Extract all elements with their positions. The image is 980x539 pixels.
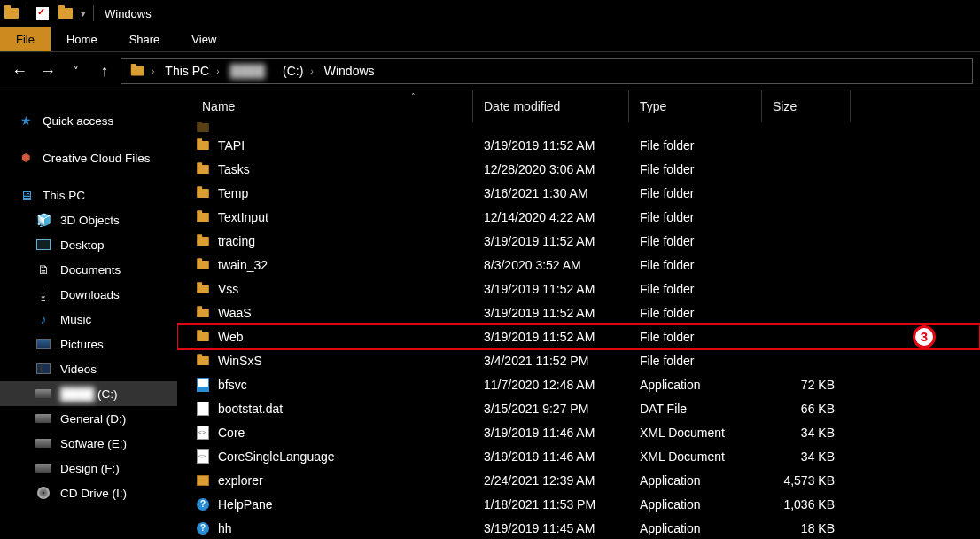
sidebar-item[interactable]: Design (F:): [0, 456, 177, 480]
file-date: 3/19/2019 11:52 AM: [473, 138, 629, 152]
file-icon: [195, 449, 211, 465]
file-date: 3/19/2019 11:52 AM: [473, 282, 629, 296]
file-size: 66 KB: [762, 402, 851, 416]
dropdown-chevron-icon[interactable]: ▾: [81, 8, 86, 20]
breadcrumb-drive[interactable]: ████ (C:)›: [226, 64, 316, 78]
header-type[interactable]: Type: [629, 90, 762, 122]
drive-icon: [35, 460, 51, 476]
sidebar-item[interactable]: ████ (C:): [0, 381, 177, 406]
annotation-badge: 3: [913, 325, 936, 348]
file-name: WinSxS: [218, 354, 262, 368]
table-row[interactable]: CoreSingleLanguage3/19/2019 11:46 AMXML …: [177, 444, 980, 468]
window-title: Windows: [105, 7, 152, 20]
sidebar-item-label: Videos: [60, 363, 97, 376]
file-icon: [195, 425, 211, 441]
file-date: 1/18/2021 11:53 PM: [473, 497, 629, 512]
file-date: 2/24/2021 12:39 AM: [473, 473, 629, 488]
table-row[interactable]: bootstat.dat3/15/2021 9:27 PMDAT File66 …: [177, 396, 980, 420]
sidebar-quick-access[interactable]: ★ Quick access: [0, 108, 177, 133]
sidebar-item-label: ████ (C:): [60, 387, 118, 401]
sort-indicator-icon: ˄: [411, 92, 416, 101]
table-row-partial[interactable]: [177, 122, 980, 133]
file-icon: [195, 473, 211, 488]
file-date: 12/14/2020 4:22 AM: [473, 210, 629, 224]
sidebar-item[interactable]: Pictures: [0, 332, 177, 356]
file-name: CoreSingleLanguage: [218, 449, 335, 464]
file-icon: [195, 185, 211, 201]
sidebar-item[interactable]: ⭳Downloads: [0, 282, 177, 307]
file-icon: [195, 305, 211, 321]
sidebar-this-pc[interactable]: 🖥 This PC: [0, 183, 177, 207]
sidebar-item[interactable]: CD Drive (I:): [0, 480, 177, 505]
file-icon: [195, 377, 211, 393]
table-row[interactable]: ?hh3/19/2019 11:45 AMApplication18 KB: [177, 516, 980, 539]
sidebar-item[interactable]: ♪Music: [0, 307, 177, 332]
file-size: 18 KB: [762, 521, 851, 535]
file-name: HelpPane: [218, 497, 273, 512]
tab-view[interactable]: View: [175, 27, 232, 51]
navigation-sidebar[interactable]: ★ Quick access ⬢ Creative Cloud Files 🖥 …: [0, 90, 177, 539]
file-icon: [195, 329, 211, 345]
sidebar-item[interactable]: Sofware (E:): [0, 431, 177, 456]
sidebar-item[interactable]: General (D:): [0, 406, 177, 431]
drive-icon: [35, 435, 51, 451]
header-date[interactable]: Date modified: [473, 90, 629, 122]
file-name: tracing: [218, 234, 255, 248]
tab-file[interactable]: File: [0, 27, 51, 51]
table-row[interactable]: TAPI3/19/2019 11:52 AMFile folder: [177, 133, 980, 157]
sidebar-item-label: Design (F:): [60, 462, 120, 475]
folder-icon: [4, 5, 19, 21]
sidebar-item-label: Desktop: [60, 238, 105, 252]
table-row[interactable]: Core3/19/2019 11:46 AMXML Document34 KB: [177, 420, 980, 444]
file-icon: [195, 161, 211, 177]
tab-home[interactable]: Home: [51, 27, 113, 51]
breadcrumb-folder[interactable]: Windows: [321, 64, 378, 78]
table-row[interactable]: Tasks12/28/2020 3:06 AMFile folder: [177, 157, 980, 181]
recent-chevron-icon[interactable]: ˅: [64, 59, 89, 83]
breadcrumb-root-icon[interactable]: ›: [127, 66, 158, 76]
sidebar-item[interactable]: 🧊3D Objects: [0, 207, 177, 232]
sidebar-item[interactable]: Videos: [0, 356, 177, 381]
documents-icon: 🗎: [35, 262, 51, 277]
table-row[interactable]: TextInput12/14/2020 4:22 AMFile folder: [177, 205, 980, 229]
file-name: Web: [218, 330, 244, 344]
file-type: Application: [629, 378, 762, 392]
quick-check-icon[interactable]: [35, 5, 51, 21]
address-bar[interactable]: › This PC› ████ (C:)› Windows: [121, 58, 973, 84]
file-icon: [195, 401, 211, 417]
file-name: hh: [218, 521, 232, 535]
sidebar-item-label: Downloads: [60, 288, 120, 301]
sidebar-item-label: Sofware (E:): [60, 437, 127, 450]
sidebar-item[interactable]: 🗎Documents: [0, 257, 177, 282]
videos-icon: [35, 361, 51, 377]
back-button[interactable]: ←: [7, 59, 32, 83]
sidebar-item[interactable]: Desktop: [0, 232, 177, 257]
pictures-icon: [35, 336, 51, 352]
file-date: 3/19/2019 11:52 AM: [473, 306, 629, 320]
column-headers: Name˄ Date modified Type Size: [177, 90, 980, 122]
sidebar-creative-cloud[interactable]: ⬢ Creative Cloud Files: [0, 145, 177, 170]
tab-share[interactable]: Share: [113, 27, 176, 51]
table-row[interactable]: WinSxS3/4/2021 11:52 PMFile folder: [177, 348, 980, 372]
table-row[interactable]: Web3/19/2019 11:52 AMFile folder3: [177, 324, 980, 348]
header-size[interactable]: Size: [762, 90, 851, 122]
table-row[interactable]: WaaS3/19/2019 11:52 AMFile folder: [177, 301, 980, 324]
pc-icon: 🖥: [18, 187, 34, 203]
file-name: Core: [218, 426, 245, 440]
file-type: Application: [629, 521, 762, 535]
table-row[interactable]: Vss3/19/2019 11:52 AMFile folder: [177, 277, 980, 301]
file-date: 3/19/2019 11:46 AM: [473, 449, 629, 464]
file-date: 12/28/2020 3:06 AM: [473, 162, 629, 176]
table-row[interactable]: ?HelpPane1/18/2021 11:53 PMApplication1,…: [177, 492, 980, 516]
file-icon: [195, 209, 211, 225]
header-name[interactable]: Name˄: [177, 90, 473, 122]
table-row[interactable]: tracing3/19/2019 11:52 AMFile folder: [177, 229, 980, 253]
table-row[interactable]: bfsvc11/7/2020 12:48 AMApplication72 KB: [177, 372, 980, 396]
file-size: 4,573 KB: [762, 473, 851, 488]
forward-button[interactable]: →: [35, 59, 60, 83]
up-button[interactable]: ↑: [92, 59, 117, 83]
breadcrumb-this-pc[interactable]: This PC›: [161, 64, 222, 78]
table-row[interactable]: Temp3/16/2021 1:30 AMFile folder: [177, 181, 980, 205]
table-row[interactable]: twain_328/3/2020 3:52 AMFile folder: [177, 253, 980, 277]
table-row[interactable]: explorer2/24/2021 12:39 AMApplication4,5…: [177, 468, 980, 492]
